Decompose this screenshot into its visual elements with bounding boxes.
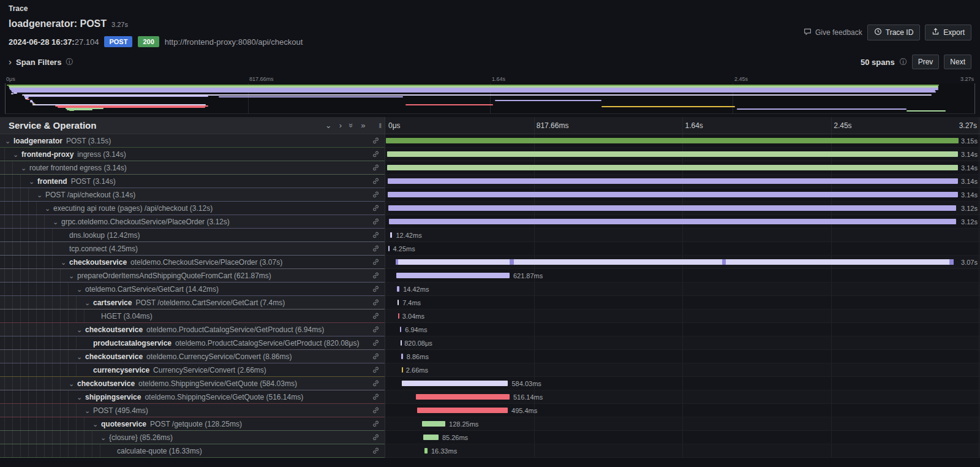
span-bar[interactable]: [388, 178, 958, 184]
span-link-icon[interactable]: [372, 218, 380, 226]
span-link-icon[interactable]: [372, 298, 380, 306]
span-bar-area[interactable]: 516.14ms: [385, 390, 980, 404]
span-bar[interactable]: [389, 219, 956, 224]
span-label[interactable]: ⌄{closure} (85.26ms): [0, 431, 385, 444]
span-bar-area[interactable]: 495.4ms: [385, 404, 980, 417]
span-link-icon[interactable]: [372, 393, 380, 401]
span-label[interactable]: ⌄checkoutserviceoteldemo.ShippingService…: [0, 377, 385, 390]
span-bar[interactable]: [387, 151, 958, 157]
span-label[interactable]: ⌄frontendPOST (3.14s): [0, 175, 385, 188]
span-bar[interactable]: [386, 138, 958, 143]
chevron-down-icon[interactable]: ⌄: [69, 381, 77, 387]
span-label[interactable]: ⌄oteldemo.CartService/GetCart (14.42ms): [0, 283, 385, 296]
chevron-down-icon[interactable]: ⌄: [69, 273, 77, 279]
span-link-icon[interactable]: [372, 245, 380, 252]
span-link-icon[interactable]: [372, 447, 380, 455]
collapse-one-icon[interactable]: ⌄: [325, 121, 332, 129]
span-link-icon[interactable]: [372, 285, 380, 293]
span-bar-area[interactable]: 3.07s: [385, 256, 980, 269]
span-bar-area[interactable]: 621.87ms: [385, 269, 980, 283]
span-bar-area[interactable]: 3.15s: [385, 134, 980, 148]
span-label[interactable]: currencyserviceCurrencyService/Convert (…: [0, 363, 385, 377]
span-label[interactable]: ⌄checkoutserviceoteldemo.CheckoutService…: [0, 256, 385, 269]
chevron-down-icon[interactable]: ⌄: [77, 354, 85, 360]
chevron-down-icon[interactable]: ⌄: [77, 394, 85, 400]
chevron-down-icon[interactable]: ⌄: [100, 435, 109, 441]
span-label[interactable]: ⌄executing api route (pages) /api/checko…: [0, 202, 385, 215]
span-link-icon[interactable]: [372, 231, 380, 239]
info-icon[interactable]: ⓘ: [66, 57, 73, 67]
span-label[interactable]: dns.lookup (12.42ms): [0, 229, 385, 242]
chevron-down-icon[interactable]: ⌄: [92, 421, 101, 427]
chevron-down-icon[interactable]: ⌄: [29, 178, 37, 184]
trace-id-button[interactable]: Trace ID: [867, 25, 921, 40]
prev-button[interactable]: Prev: [912, 55, 940, 69]
span-link-icon[interactable]: [372, 406, 380, 414]
chevron-down-icon[interactable]: ⌄: [85, 300, 93, 306]
span-link-icon[interactable]: [372, 177, 380, 185]
span-label[interactable]: calculate-quote (16.33ms): [0, 444, 385, 458]
span-label[interactable]: ⌄prepareOrderItemsAndShippingQuoteFromCa…: [0, 269, 385, 283]
span-bar-area[interactable]: 7.4ms: [385, 296, 980, 309]
info-icon[interactable]: ⓘ: [900, 57, 907, 67]
span-bar-area[interactable]: 4.25ms: [385, 242, 980, 256]
span-link-icon[interactable]: [372, 420, 380, 428]
span-bar[interactable]: [402, 367, 403, 373]
span-label[interactable]: productcatalogserviceoteldemo.ProductCat…: [0, 336, 385, 350]
span-link-icon[interactable]: [372, 339, 380, 347]
span-label[interactable]: ⌄shippingserviceoteldemo.ShippingService…: [0, 390, 385, 404]
span-link-icon[interactable]: [372, 164, 380, 172]
expand-one-icon[interactable]: ›: [339, 121, 342, 129]
next-button[interactable]: Next: [944, 55, 971, 69]
span-link-icon[interactable]: [372, 366, 380, 374]
span-label[interactable]: ⌄quoteservicePOST /getquote (128.25ms): [0, 417, 385, 431]
span-bar-area[interactable]: 584.03ms: [385, 377, 980, 390]
resize-handle[interactable]: ‖: [379, 122, 381, 129]
span-bar[interactable]: [396, 259, 954, 265]
chevron-down-icon[interactable]: ⌄: [61, 259, 69, 265]
span-label[interactable]: ⌄cartservicePOST /oteldemo.CartService/G…: [0, 296, 385, 309]
span-label[interactable]: ⌄frontend-proxyingress (3.14s): [0, 148, 385, 161]
span-bar-area[interactable]: 3.14s: [385, 175, 980, 188]
span-label[interactable]: ⌄POST /api/checkout (3.14s): [0, 188, 385, 202]
give-feedback-button[interactable]: Give feedback: [804, 28, 862, 37]
span-bar[interactable]: [423, 435, 439, 440]
span-label[interactable]: tcp.connect (4.25ms): [0, 242, 385, 256]
span-link-icon[interactable]: [372, 271, 380, 279]
span-filters-toggle[interactable]: › Span Filters ⓘ: [9, 57, 73, 67]
span-bar-area[interactable]: 3.12s: [385, 215, 980, 229]
span-link-icon[interactable]: [372, 191, 380, 199]
span-bar-area[interactable]: 3.14s: [385, 161, 980, 175]
span-bar[interactable]: [387, 165, 958, 170]
span-bar-area[interactable]: 128.25ms: [385, 417, 980, 431]
span-label[interactable]: HGET (3.04ms): [0, 309, 385, 323]
span-bar[interactable]: [388, 192, 958, 197]
chevron-down-icon[interactable]: ⌄: [21, 165, 29, 171]
span-bar[interactable]: [424, 448, 428, 454]
span-bar-area[interactable]: 3.12s: [385, 202, 980, 215]
span-link-icon[interactable]: [372, 379, 380, 387]
chevron-down-icon[interactable]: ⌄: [77, 286, 85, 292]
span-bar[interactable]: [396, 273, 509, 278]
span-bar-area[interactable]: 8.86ms: [385, 350, 980, 363]
span-bar[interactable]: [422, 421, 445, 427]
span-bar[interactable]: [388, 246, 390, 251]
span-bar-area[interactable]: 16.33ms: [385, 444, 980, 458]
span-label[interactable]: ⌄router frontend egress (3.14s): [0, 161, 385, 175]
span-bar-area[interactable]: 3.04ms: [385, 309, 980, 323]
chevron-down-icon[interactable]: ⌄: [77, 327, 85, 333]
span-link-icon[interactable]: [372, 433, 380, 441]
chevron-down-icon[interactable]: ⌄: [53, 219, 61, 225]
span-link-icon[interactable]: [372, 150, 380, 158]
span-link-icon[interactable]: [372, 312, 380, 320]
span-bar-area[interactable]: 6.94ms: [385, 323, 980, 336]
span-bar[interactable]: [402, 381, 508, 386]
span-link-icon[interactable]: [372, 325, 380, 333]
span-bar[interactable]: [416, 394, 510, 400]
span-label[interactable]: ⌄checkoutserviceoteldemo.CurrencyService…: [0, 350, 385, 363]
span-bar-area[interactable]: 2.66ms: [385, 363, 980, 377]
span-bar[interactable]: [400, 327, 401, 332]
span-bar[interactable]: [390, 232, 393, 238]
span-bar[interactable]: [401, 354, 403, 359]
span-bar[interactable]: [398, 313, 399, 319]
